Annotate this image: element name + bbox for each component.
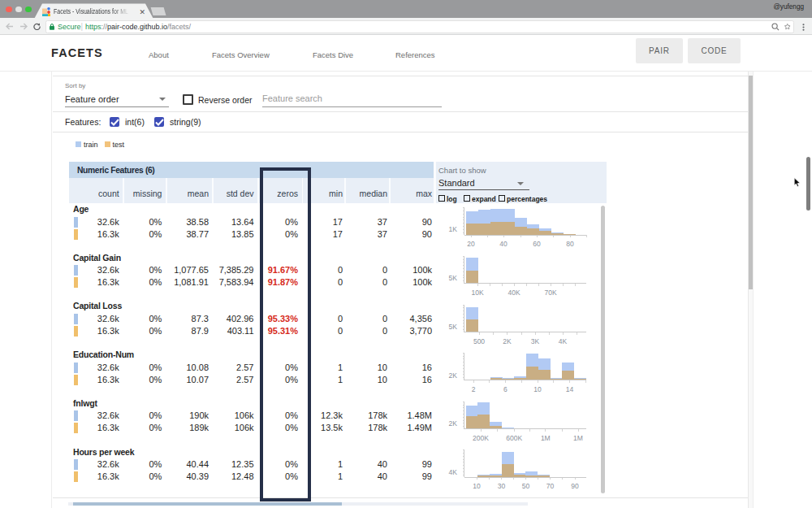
svg-text:80: 80	[566, 240, 574, 248]
svg-text:2K: 2K	[449, 419, 458, 428]
svg-text:40: 40	[499, 240, 508, 248]
svg-text:1M: 1M	[541, 434, 551, 442]
svg-text:10: 10	[473, 482, 481, 490]
svg-text:1K: 1K	[449, 225, 458, 233]
svg-text:60: 60	[533, 240, 541, 248]
svg-text:5K: 5K	[449, 323, 458, 331]
svg-text:200K: 200K	[473, 434, 489, 442]
svg-text:40K: 40K	[508, 289, 520, 297]
svg-text:600K: 600K	[506, 434, 522, 442]
svg-text:2K: 2K	[503, 337, 512, 345]
svg-text:1M: 1M	[573, 434, 583, 442]
svg-text:5K: 5K	[449, 274, 458, 282]
svg-text:70: 70	[546, 482, 555, 490]
svg-text:10: 10	[533, 385, 542, 393]
svg-text:2K: 2K	[449, 371, 458, 380]
svg-text:500: 500	[473, 337, 485, 345]
svg-text:4K: 4K	[449, 468, 458, 476]
svg-text:6: 6	[503, 385, 508, 393]
svg-text:4K: 4K	[559, 337, 568, 345]
svg-text:90: 90	[571, 482, 579, 490]
svg-text:20: 20	[467, 240, 475, 248]
svg-text:50: 50	[522, 482, 530, 490]
svg-text:70K: 70K	[544, 289, 556, 297]
svg-text:3K: 3K	[531, 337, 540, 345]
svg-text:30: 30	[498, 482, 506, 490]
svg-text:10K: 10K	[471, 289, 483, 297]
svg-text:14: 14	[566, 385, 574, 393]
svg-text:2: 2	[472, 385, 476, 393]
